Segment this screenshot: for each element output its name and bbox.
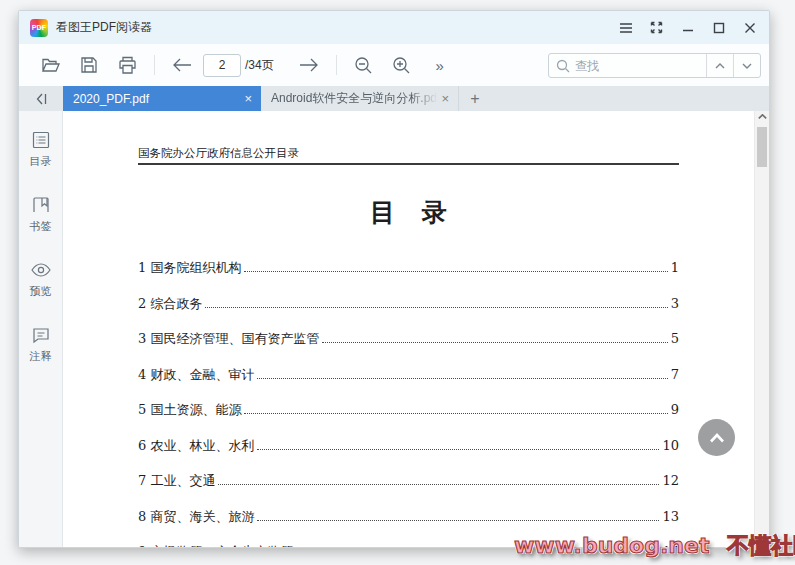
toolbar: /34页 » — [19, 44, 769, 86]
search-input[interactable] — [575, 59, 706, 73]
find-previous-button[interactable] — [706, 54, 733, 77]
sidebar-item-label: 预览 — [30, 284, 52, 299]
toc-entry: 2 综合政务 3 — [138, 295, 679, 313]
dot-leader — [244, 413, 667, 414]
save-icon[interactable] — [76, 52, 102, 78]
open-file-icon[interactable] — [38, 52, 64, 78]
watermark: www.budog.net 不懂社区 — [514, 531, 795, 561]
print-icon[interactable] — [114, 52, 140, 78]
dot-leader — [205, 307, 667, 308]
prev-page-button[interactable] — [169, 52, 195, 78]
toc-entry: 4 财政、金融、审计 7 — [138, 366, 679, 384]
eye-icon — [30, 260, 52, 280]
screenshot-stage: PDF 看图王PDF阅读器 — [0, 0, 795, 565]
scrollbar-up-arrow[interactable] — [755, 114, 769, 119]
comment-icon — [31, 325, 51, 345]
table-of-contents: 1 国务院组织机构 1 2 综合政务 3 3 国民经济管理、国有资产监管 — [138, 259, 679, 547]
toc-icon — [31, 130, 51, 150]
zoom-out-icon[interactable] — [351, 52, 377, 78]
new-tab-button[interactable]: + — [459, 86, 491, 111]
toc-entry: 5 国土资源、能源 9 — [138, 401, 679, 419]
close-button[interactable] — [734, 15, 765, 40]
find-next-button[interactable] — [733, 54, 760, 77]
search-box — [548, 53, 761, 78]
watermark-url: www.budog.net — [514, 533, 709, 558]
sidebar-item-annotations[interactable]: 注释 — [30, 325, 52, 364]
watermark-community: 不懂社区 — [727, 533, 795, 558]
fullscreen-icon[interactable] — [641, 15, 672, 40]
app-logo-icon: PDF — [30, 19, 48, 37]
tab-label: 2020_PDF.pdf — [73, 92, 242, 106]
dot-leader — [257, 449, 659, 450]
document-header: 国务院办公厅政府信息公开目录 — [138, 146, 299, 161]
toc-entry: 6 农业、林业、水利 10 — [138, 437, 679, 455]
dot-leader — [322, 342, 667, 343]
app-window: PDF 看图王PDF阅读器 — [18, 10, 770, 548]
sidebar-item-label: 书签 — [30, 219, 52, 234]
tab-document-inactive[interactable]: Android软件安全与逆向分析.pdf × — [261, 86, 459, 111]
title-bar: PDF 看图王PDF阅读器 — [19, 11, 769, 44]
scrollbar-thumb[interactable] — [757, 127, 767, 167]
chevron-up-icon — [709, 433, 725, 443]
next-page-button[interactable] — [296, 52, 322, 78]
menu-icon[interactable] — [610, 15, 641, 40]
toolbar-divider — [154, 55, 155, 75]
bookmark-icon — [31, 195, 51, 215]
page-number-input[interactable] — [203, 54, 241, 77]
sidebar-item-toc[interactable]: 目录 — [30, 130, 52, 169]
toc-entry: 3 国民经济管理、国有资产监管 5 — [138, 330, 679, 348]
sidebar-item-label: 目录 — [30, 154, 52, 169]
search-icon — [556, 59, 570, 73]
toc-entry: 7 工业、交通 12 — [138, 472, 679, 490]
app-body: 目录 书签 预览 注释 国务院办公厅政府信息公开目录 — [19, 111, 769, 547]
toc-entry: 8 商贸、海关、旅游 13 — [138, 508, 679, 526]
window-controls — [610, 15, 765, 40]
app-title: 看图王PDF阅读器 — [56, 19, 152, 36]
toolbar-divider — [336, 55, 337, 75]
tab-close-icon[interactable]: × — [439, 92, 451, 105]
collapse-panel-icon[interactable] — [19, 86, 63, 111]
header-rule — [138, 163, 679, 165]
sidebar-item-bookmarks[interactable]: 书签 — [30, 195, 52, 234]
sidebar-item-label: 注释 — [30, 349, 52, 364]
zoom-in-icon[interactable] — [389, 52, 415, 78]
dot-leader — [218, 484, 659, 485]
tab-close-icon[interactable]: × — [242, 92, 254, 105]
document-viewport[interactable]: 国务院办公厅政府信息公开目录 目 录 1 国务院组织机构 1 2 综合政务 3 — [63, 111, 769, 547]
dot-leader — [244, 271, 667, 272]
dot-leader — [257, 520, 659, 521]
document-title: 目 录 — [138, 196, 679, 229]
left-sidebar: 目录 书签 预览 注释 — [19, 111, 63, 547]
toc-entry: 1 国务院组织机构 1 — [138, 259, 679, 277]
page-total-label: /34页 — [245, 57, 274, 74]
dot-leader — [257, 378, 667, 379]
tab-label: Android软件安全与逆向分析.pdf — [271, 90, 439, 107]
more-tools-button[interactable]: » — [427, 52, 453, 78]
tab-bar: 2020_PDF.pdf × Android软件安全与逆向分析.pdf × + — [19, 86, 769, 111]
vertical-scrollbar[interactable] — [754, 111, 769, 547]
sidebar-item-preview[interactable]: 预览 — [30, 260, 52, 299]
tab-document-active[interactable]: 2020_PDF.pdf × — [63, 86, 261, 111]
minimize-button[interactable] — [672, 15, 703, 40]
scroll-to-top-button[interactable] — [698, 419, 735, 456]
maximize-button[interactable] — [703, 15, 734, 40]
